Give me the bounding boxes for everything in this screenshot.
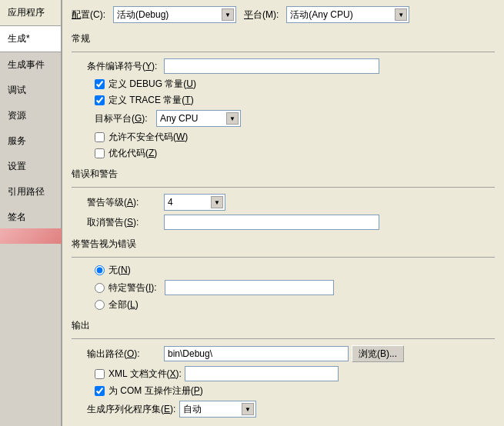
xml-doc-row: XML 文档文件(X): (72, 366, 495, 381)
serial-dropdown[interactable]: 自动 ▼ (179, 401, 256, 418)
treat-warnings-section: 将警告视为错误 无(N) 特定警告(I): 全部(L) (72, 238, 495, 311)
platform-dropdown[interactable]: 活动(Any CPU) ▼ (286, 6, 409, 23)
xml-doc-label: XML 文档文件(X): (108, 368, 182, 381)
conditional-row: 条件编译符号(Y): (72, 58, 495, 74)
sidebar-item-services[interactable]: 服务 (0, 128, 61, 154)
config-dropdown[interactable]: 活动(Debug) ▼ (113, 6, 236, 23)
header-row: 配置(C): 活动(Debug) ▼ 平台(M): 活动(Any CPU) ▼ (72, 6, 495, 23)
sidebar-item-build[interactable]: 生成* (0, 25, 61, 52)
xml-doc-checkbox[interactable] (95, 369, 105, 379)
define-debug-label: 定义 DEBUG 常量(U) (108, 78, 196, 91)
warning-level-row: 警告等级(A): 4 ▼ (72, 194, 495, 211)
optimize-checkbox[interactable] (95, 148, 105, 158)
treat-none-radio[interactable] (95, 265, 105, 275)
platform-label: 平台(M): (244, 8, 279, 22)
output-path-row: 输出路径(O): 浏览(B)... (72, 345, 495, 362)
errors-section: 错误和警告 警告等级(A): 4 ▼ 取消警告(S): (72, 168, 495, 230)
optimize-row: 优化代码(Z) (72, 147, 495, 160)
define-debug-row: 定义 DEBUG 常量(U) (72, 78, 495, 91)
warning-level-dropdown[interactable]: 4 ▼ (164, 194, 225, 211)
allow-unsafe-label: 允许不安全代码(W) (108, 131, 188, 144)
conditional-label: 条件编译符号(Y): (87, 60, 164, 73)
config-dropdown-value: 活动(Debug) (117, 8, 232, 22)
sidebar: 应用程序 生成* 生成事件 调试 资源 服务 设置 引用路径 签名 (0, 0, 62, 426)
define-trace-label: 定义 TRACE 常量(T) (108, 94, 194, 107)
output-section: 输出 输出路径(O): 浏览(B)... XML 文档文件(X): 为 COM … (72, 319, 495, 418)
warning-level-label: 警告等级(A): (87, 196, 164, 209)
define-debug-checkbox[interactable] (95, 79, 105, 89)
treat-specific-input[interactable] (165, 280, 334, 295)
browse-button[interactable]: 浏览(B)... (352, 345, 404, 362)
platform-dropdown-value: 活动(Any CPU) (290, 8, 406, 22)
sidebar-item-signing[interactable]: 签名 (0, 205, 61, 230)
sidebar-item-resources[interactable]: 资源 (0, 103, 61, 128)
target-platform-value: Any CPU (160, 113, 237, 124)
conditional-input[interactable] (164, 58, 379, 74)
general-section: 常规 条件编译符号(Y): 定义 DEBUG 常量(U) 定义 TRACE 常量… (72, 32, 495, 160)
xml-doc-input[interactable] (185, 366, 339, 381)
treat-warnings-divider (72, 257, 495, 258)
target-platform-arrow: ▼ (226, 112, 239, 125)
sidebar-item-settings[interactable]: 设置 (0, 154, 61, 179)
treat-all-row: 全部(L) (72, 298, 495, 311)
output-title: 输出 (72, 319, 495, 332)
general-title: 常规 (72, 32, 495, 45)
output-path-input[interactable] (164, 346, 349, 361)
main-content: 配置(C): 活动(Debug) ▼ 平台(M): 活动(Any CPU) ▼ … (62, 0, 504, 426)
sidebar-fold (0, 228, 62, 244)
errors-divider (72, 187, 495, 188)
treat-all-radio[interactable] (95, 300, 105, 310)
treat-specific-row: 特定警告(I): (72, 280, 495, 295)
allow-unsafe-checkbox[interactable] (95, 132, 105, 142)
general-divider (72, 52, 495, 52)
output-path-label: 输出路径(O): (87, 348, 164, 361)
allow-unsafe-row: 允许不安全代码(W) (72, 131, 495, 144)
treat-all-label: 全部(L) (108, 298, 139, 311)
treat-warnings-title: 将警告视为错误 (72, 238, 495, 251)
serial-row: 生成序列化程序集(E): 自动 ▼ (72, 401, 495, 418)
treat-none-label: 无(N) (108, 264, 131, 277)
sidebar-item-debug[interactable]: 调试 (0, 78, 61, 103)
platform-dropdown-arrow: ▼ (395, 8, 407, 21)
suppress-label: 取消警告(S): (87, 216, 164, 229)
define-trace-row: 定义 TRACE 常量(T) (72, 94, 495, 107)
com-row: 为 COM 互操作注册(P) (72, 384, 495, 398)
config-label: 配置(C): (72, 8, 105, 22)
sidebar-item-reference-paths[interactable]: 引用路径 (0, 179, 61, 205)
sidebar-item-build-events[interactable]: 生成事件 (0, 52, 61, 78)
output-divider (72, 338, 495, 339)
suppress-input[interactable] (164, 215, 379, 230)
errors-title: 错误和警告 (72, 168, 495, 181)
config-dropdown-arrow: ▼ (222, 8, 234, 21)
target-platform-label: 目标平台(G): (95, 112, 156, 125)
serial-dropdown-arrow: ▼ (242, 403, 254, 415)
sidebar-item-application[interactable]: 应用程序 (0, 0, 61, 25)
optimize-label: 优化代码(Z) (108, 147, 157, 160)
target-platform-row: 目标平台(G): Any CPU ▼ (72, 110, 495, 127)
define-trace-checkbox[interactable] (95, 95, 105, 105)
treat-specific-label: 特定警告(I): (108, 281, 157, 295)
com-checkbox[interactable] (95, 386, 105, 396)
serial-label: 生成序列化程序集(E): (87, 403, 179, 416)
suppress-row: 取消警告(S): (72, 215, 495, 230)
warning-level-arrow: ▼ (211, 196, 223, 208)
treat-specific-radio[interactable] (95, 283, 105, 293)
treat-none-row: 无(N) (72, 264, 495, 277)
target-platform-dropdown[interactable]: Any CPU ▼ (156, 110, 241, 127)
com-label: 为 COM 互操作注册(P) (108, 384, 203, 398)
